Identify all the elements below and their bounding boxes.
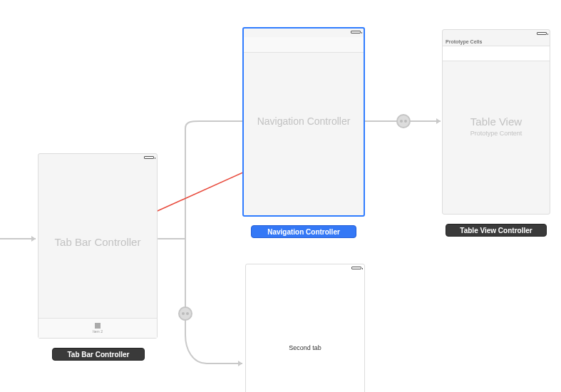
nav-bar bbox=[244, 37, 364, 53]
tab-bar-controller-scene[interactable]: Tab Bar Controller Item 2 bbox=[38, 153, 158, 339]
table-view-controller-scene[interactable]: Prototype Cells Table View Prototype Con… bbox=[442, 29, 550, 215]
second-tab-scene[interactable]: Second tab bbox=[245, 264, 365, 392]
label-text: Tab Bar Controller bbox=[67, 351, 129, 359]
scene-subtitle: Prototype Content bbox=[443, 130, 550, 137]
battery-icon bbox=[351, 267, 361, 269]
battery-icon bbox=[351, 31, 361, 33]
segue-node[interactable] bbox=[396, 114, 411, 128]
battery-icon bbox=[537, 32, 547, 35]
label-text: Navigation Controller bbox=[267, 228, 340, 236]
prototype-cell bbox=[443, 46, 550, 61]
label-text: Table View Controller bbox=[460, 227, 532, 234]
tab-item-label: Item 2 bbox=[93, 329, 103, 334]
navigation-controller-label[interactable]: Navigation Controller bbox=[251, 225, 356, 238]
scene-title: Tab Bar Controller bbox=[38, 236, 157, 248]
tab-bar: Item 2 bbox=[38, 318, 157, 338]
tab-item-icon bbox=[95, 323, 101, 329]
battery-icon bbox=[144, 156, 154, 159]
scene-title: Second tab bbox=[246, 344, 364, 351]
navigation-controller-scene[interactable]: Navigation Controller bbox=[242, 27, 365, 217]
prototype-cells-header: Prototype Cells bbox=[446, 39, 482, 44]
scene-title: Table View bbox=[443, 115, 550, 128]
tab-bar-controller-label[interactable]: Tab Bar Controller bbox=[52, 348, 145, 361]
table-view-controller-label[interactable]: Table View Controller bbox=[446, 224, 547, 237]
segue-node[interactable] bbox=[178, 306, 192, 321]
scene-title: Navigation Controller bbox=[244, 115, 364, 127]
